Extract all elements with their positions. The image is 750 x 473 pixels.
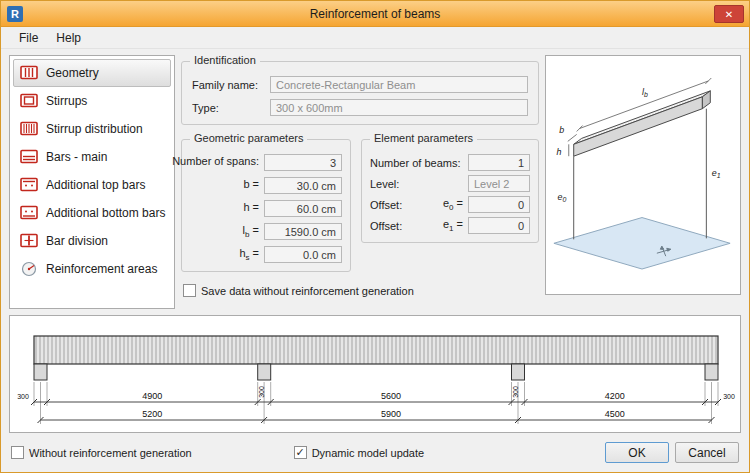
- e0-diagram-label: e0: [557, 192, 566, 203]
- checkbox-box[interactable]: ✓: [294, 446, 307, 459]
- checkbox-box[interactable]: [11, 446, 24, 459]
- beam-3d-sketch: lb b h e0 e1: [546, 56, 740, 294]
- sidebar-item-reinforcement-areas[interactable]: Reinforcement areas: [13, 255, 171, 283]
- group-title: Geometric parameters: [190, 132, 307, 144]
- identification-group: Identification Family name: Concrete-Rec…: [181, 61, 539, 125]
- h-label: h =: [190, 201, 259, 216]
- without-generation-checkbox[interactable]: Without reinforcement generation: [11, 446, 192, 459]
- offset-e1-label: Offset:: [370, 220, 402, 232]
- type-row: Type: 300 x 600mm: [192, 99, 528, 116]
- h-diagram-label: h: [556, 147, 561, 157]
- bars-main-icon: [19, 149, 39, 165]
- sidebar-item-label: Geometry: [46, 66, 99, 80]
- geometry-icon: [19, 65, 39, 81]
- support-width-dim-mid1: 300: [258, 386, 265, 398]
- span-dim-2: 5600: [381, 391, 401, 401]
- geometric-parameters-group: Geometric parameters Number of spans: 3 …: [181, 139, 351, 272]
- stirrups-icon: [19, 93, 39, 109]
- parameters-row: Geometric parameters Number of spans: 3 …: [181, 139, 539, 272]
- sidebar-item-bar-division[interactable]: Bar division: [13, 227, 171, 255]
- span-dim-3: 4200: [605, 391, 625, 401]
- ok-button[interactable]: OK: [605, 442, 669, 463]
- level-row: Level: Level 2: [370, 175, 530, 192]
- offset-e0-field[interactable]: 0: [468, 196, 530, 213]
- main-content: Geometry Stirrups Stirrup distri: [1, 49, 749, 313]
- beam-body: [34, 336, 718, 364]
- number-of-spans-field[interactable]: 3: [264, 154, 342, 171]
- sidebar-item-additional-bottom-bars[interactable]: Additional bottom bars: [13, 199, 171, 227]
- b-field[interactable]: 30.0 cm: [264, 177, 342, 194]
- beam-elevation-drawing: 4900 5600 4200 300 300 300 300 5200 5900…: [10, 316, 741, 432]
- sidebar-item-label: Stirrup distribution: [46, 122, 143, 136]
- group-title: Element parameters: [370, 132, 477, 144]
- offset-e0-label: Offset:: [370, 199, 402, 211]
- close-button[interactable]: ✕: [714, 5, 744, 23]
- checkbox-label: Dynamic model update: [312, 447, 425, 459]
- cancel-button[interactable]: Cancel: [675, 442, 739, 463]
- checkbox-box[interactable]: [183, 284, 196, 297]
- bar-division-icon: [19, 233, 39, 249]
- number-of-beams-row: Number of beams: 1: [370, 154, 530, 171]
- lb-row: lb = 1590.0 cm: [190, 223, 342, 240]
- e1-diagram-label: e1: [712, 168, 721, 179]
- family-name-label: Family name:: [192, 79, 270, 91]
- sidebar-item-label: Stirrups: [46, 94, 87, 108]
- lb-label: lb =: [190, 224, 259, 239]
- save-without-generation-checkbox[interactable]: Save data without reinforcement generati…: [183, 284, 539, 297]
- title-bar: R Reinforcement of beams ✕: [1, 1, 749, 27]
- sidebar-item-stirrups[interactable]: Stirrups: [13, 87, 171, 115]
- hs-row: hs = 0.0 cm: [190, 246, 342, 263]
- lb-diagram-label: lb: [642, 87, 648, 98]
- number-of-beams-label: Number of beams:: [370, 157, 460, 169]
- center-panel: Identification Family name: Concrete-Rec…: [181, 55, 539, 313]
- dynamic-model-update-checkbox[interactable]: ✓ Dynamic model update: [294, 446, 425, 459]
- lb-field[interactable]: 1590.0 cm: [264, 223, 342, 240]
- axis-dim-1: 5200: [142, 409, 162, 419]
- sidebar-item-label: Bar division: [46, 234, 108, 248]
- beam-preview-panel: lb b h e0 e1: [545, 55, 741, 295]
- sidebar-item-bars-main[interactable]: Bars - main: [13, 143, 171, 171]
- support-3: [512, 364, 525, 380]
- number-of-spans-row: Number of spans: 3: [190, 154, 342, 171]
- type-field[interactable]: 300 x 600mm: [270, 99, 528, 116]
- additional-top-bars-icon: [19, 177, 39, 193]
- stirrup-distribution-icon: [19, 121, 39, 137]
- sidebar-item-geometry[interactable]: Geometry: [13, 59, 171, 87]
- menu-bar: File Help: [1, 27, 749, 49]
- sidebar-item-label: Reinforcement areas: [46, 262, 157, 276]
- b-diagram-label: b: [559, 125, 564, 135]
- family-name-field[interactable]: Concrete-Rectangular Beam: [270, 76, 528, 93]
- sidebar: Geometry Stirrups Stirrup distri: [9, 55, 175, 309]
- level-field[interactable]: Level 2: [468, 175, 530, 192]
- axis-dim-2: 5900: [381, 409, 401, 419]
- family-name-row: Family name: Concrete-Rectangular Beam: [192, 76, 528, 93]
- number-of-spans-label: Number of spans:: [172, 155, 259, 170]
- symbol-label: e1 =: [443, 218, 463, 233]
- sidebar-item-label: Bars - main: [46, 150, 107, 164]
- menu-file[interactable]: File: [11, 29, 46, 47]
- sidebar-item-stirrup-distribution[interactable]: Stirrup distribution: [13, 115, 171, 143]
- support-2: [258, 364, 271, 380]
- hs-field[interactable]: 0.0 cm: [264, 246, 342, 263]
- support-width-dim-right: 300: [723, 393, 735, 400]
- axis-dim-3: 4500: [605, 409, 625, 419]
- element-parameters-group: Element parameters Number of beams: 1 Le…: [361, 139, 539, 243]
- h-field[interactable]: 60.0 cm: [264, 200, 342, 217]
- number-of-beams-field[interactable]: 1: [468, 154, 530, 171]
- sidebar-item-label: Additional bottom bars: [46, 206, 165, 220]
- offset-e1-row: Offset: e1 = 0: [370, 217, 530, 234]
- support-width-dim-left: 300: [17, 393, 29, 400]
- group-title: Identification: [190, 54, 260, 66]
- h-row: h = 60.0 cm: [190, 200, 342, 217]
- menu-help[interactable]: Help: [48, 29, 89, 47]
- b-label: b =: [190, 178, 259, 193]
- dialog-window: R Reinforcement of beams ✕ File Help Geo…: [0, 0, 750, 473]
- window-title: Reinforcement of beams: [1, 7, 749, 21]
- sidebar-item-additional-top-bars[interactable]: Additional top bars: [13, 171, 171, 199]
- offset-e1-field[interactable]: 0: [468, 217, 530, 234]
- level-label: Level:: [370, 178, 399, 190]
- footer-bar: Without reinforcement generation ✓ Dynam…: [1, 433, 749, 472]
- reinforcement-areas-icon: [19, 261, 39, 277]
- checkbox-label: Save data without reinforcement generati…: [201, 285, 414, 297]
- symbol-label: e0 =: [443, 197, 463, 212]
